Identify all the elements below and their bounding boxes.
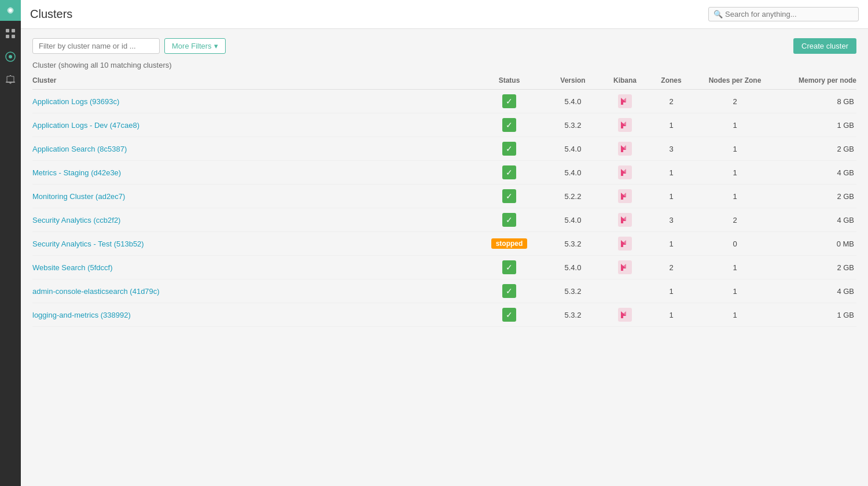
table-row: Metrics - Staging (d42e3e) ✓ 5.4.0 1 1 4… — [32, 161, 856, 185]
status-ok-icon: ✓ — [502, 213, 516, 227]
cluster-name-link[interactable]: Application Logs - Dev (47cae8) — [32, 121, 475, 130]
memory-per-node-cell: 1 GB — [775, 311, 856, 319]
svg-rect-3 — [12, 29, 15, 32]
status-ok-icon: ✓ — [502, 94, 516, 108]
zones-cell: 1 — [648, 287, 694, 296]
table-row: Security Analytics (ccb2f2) ✓ 5.4.0 3 2 … — [32, 208, 856, 232]
cluster-name-link[interactable]: admin-console-elasticsearch (41d79c) — [32, 287, 475, 296]
table-row: Application Logs - Dev (47cae8) ✓ 5.3.2 … — [32, 113, 856, 137]
kibana-icon — [618, 189, 632, 203]
global-search-box[interactable]: 🔍 — [708, 7, 859, 21]
nodes-per-zone-cell: 1 — [694, 168, 775, 177]
cluster-name-link[interactable]: Website Search (5fdccf) — [32, 263, 475, 272]
col-header-cluster: Cluster — [32, 76, 475, 84]
status-ok-icon: ✓ — [502, 165, 516, 179]
kibana-cell — [602, 237, 648, 251]
sidebar-logo[interactable] — [0, 0, 21, 21]
status-cell: ✓ — [475, 308, 544, 322]
status-cell: ✓ — [475, 260, 544, 274]
sidebar — [0, 0, 21, 486]
clusters-table: Cluster (showing all 10 matching cluster… — [32, 61, 856, 327]
kibana-cell — [602, 165, 648, 179]
table-subtitle: Cluster (showing all 10 matching cluster… — [32, 61, 856, 69]
status-cell: ✓ — [475, 94, 544, 108]
status-cell: ✓ — [475, 142, 544, 156]
status-cell: ✓ — [475, 213, 544, 227]
table-row: Website Search (5fdccf) ✓ 5.4.0 2 1 2 GB — [32, 256, 856, 279]
version-cell: 5.3.2 — [544, 240, 602, 248]
col-header-zones: Zones — [648, 76, 694, 84]
status-ok-icon: ✓ — [502, 142, 516, 156]
version-cell: 5.4.0 — [544, 97, 602, 106]
sidebar-item-notifications[interactable] — [0, 69, 21, 90]
cluster-name-link[interactable]: Application Logs (93693c) — [32, 97, 475, 106]
status-ok-icon: ✓ — [502, 189, 516, 203]
svg-rect-4 — [6, 35, 9, 38]
table-row: Application Search (8c5387) ✓ 5.4.0 3 1 … — [32, 137, 856, 161]
zones-cell: 1 — [648, 168, 694, 177]
svg-point-1 — [9, 9, 12, 12]
content-area: More Filters ▾ Create cluster Cluster (s… — [21, 29, 868, 486]
cluster-name-link[interactable]: logging-and-metrics (338992) — [32, 311, 475, 319]
table-row: logging-and-metrics (338992) ✓ 5.3.2 1 1… — [32, 303, 856, 327]
version-cell: 5.4.0 — [544, 216, 602, 224]
kibana-icon — [618, 260, 632, 274]
global-search-input[interactable] — [725, 10, 854, 19]
table-header: Cluster Status Version Kibana Zones Node… — [32, 74, 856, 90]
kibana-icon — [618, 308, 632, 322]
status-ok-icon: ✓ — [502, 308, 516, 322]
memory-per-node-cell: 4 GB — [775, 287, 856, 296]
kibana-icon — [618, 213, 632, 227]
svg-point-7 — [9, 55, 12, 58]
zones-cell: 1 — [648, 121, 694, 130]
kibana-cell — [602, 94, 648, 108]
table-row: Monitoring Cluster (ad2ec7) ✓ 5.2.2 1 1 … — [32, 185, 856, 208]
nodes-per-zone-cell: 0 — [694, 240, 775, 248]
sidebar-item-apps[interactable] — [0, 23, 21, 44]
svg-rect-5 — [12, 35, 15, 38]
more-filters-button[interactable]: More Filters ▾ — [164, 38, 226, 54]
version-cell: 5.3.2 — [544, 287, 602, 296]
col-header-status: Status — [475, 76, 544, 84]
zones-cell: 3 — [648, 216, 694, 224]
memory-per-node-cell: 2 GB — [775, 192, 856, 201]
cluster-name-link[interactable]: Application Search (8c5387) — [32, 145, 475, 153]
zones-cell: 1 — [648, 240, 694, 248]
nodes-per-zone-cell: 1 — [694, 287, 775, 296]
chevron-down-icon: ▾ — [214, 42, 218, 50]
status-ok-icon: ✓ — [502, 260, 516, 274]
col-header-kibana: Kibana — [602, 76, 648, 84]
status-stopped-badge: stopped — [491, 238, 528, 249]
kibana-cell — [602, 189, 648, 203]
col-header-memory-per-node: Memory per node — [775, 76, 856, 84]
kibana-icon — [618, 94, 632, 108]
version-cell: 5.4.0 — [544, 263, 602, 272]
status-cell: ✓ — [475, 118, 544, 132]
cluster-name-link[interactable]: Security Analytics - Test (513b52) — [32, 240, 475, 248]
memory-per-node-cell: 4 GB — [775, 168, 856, 177]
memory-per-node-cell: 4 GB — [775, 216, 856, 224]
nodes-per-zone-cell: 2 — [694, 216, 775, 224]
cluster-filter-input[interactable] — [32, 38, 160, 54]
nodes-per-zone-cell: 2 — [694, 97, 775, 106]
zones-cell: 3 — [648, 145, 694, 153]
cluster-name-link[interactable]: Monitoring Cluster (ad2ec7) — [32, 192, 475, 201]
zones-cell: 1 — [648, 192, 694, 201]
kibana-cell — [602, 260, 648, 274]
nodes-per-zone-cell: 1 — [694, 263, 775, 272]
col-header-nodes-per-zone: Nodes per Zone — [694, 76, 775, 84]
col-header-version: Version — [544, 76, 602, 84]
cluster-name-link[interactable]: Security Analytics (ccb2f2) — [32, 216, 475, 224]
create-cluster-button[interactable]: Create cluster — [793, 38, 856, 54]
sidebar-item-activity[interactable] — [0, 46, 21, 67]
memory-per-node-cell: 2 GB — [775, 145, 856, 153]
status-cell: ✓ — [475, 284, 544, 298]
zones-cell: 2 — [648, 263, 694, 272]
kibana-cell — [602, 308, 648, 322]
version-cell: 5.3.2 — [544, 121, 602, 130]
kibana-icon — [618, 118, 632, 132]
cluster-name-link[interactable]: Metrics - Staging (d42e3e) — [32, 168, 475, 177]
status-cell: ✓ — [475, 165, 544, 179]
filter-row: More Filters ▾ Create cluster — [32, 38, 856, 54]
nodes-per-zone-cell: 1 — [694, 311, 775, 319]
